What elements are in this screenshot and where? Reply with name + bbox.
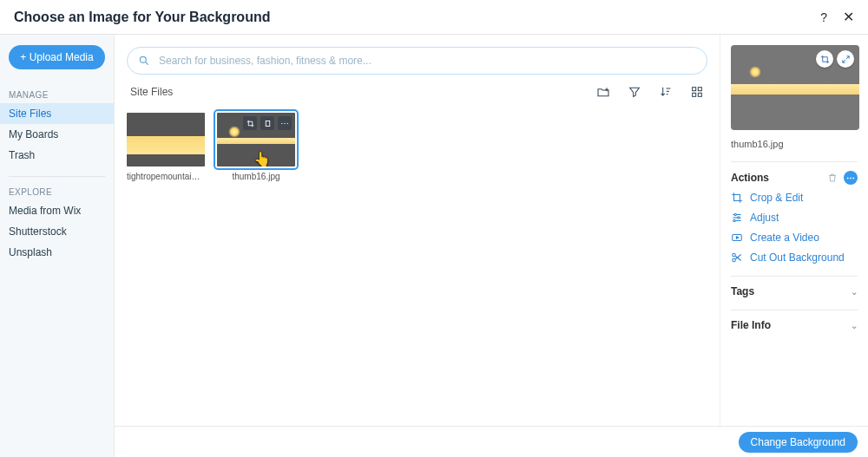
svg-point-22: [733, 253, 736, 257]
section-file-info-head[interactable]: File Info ⌄: [731, 319, 858, 331]
search-icon: [138, 55, 150, 67]
sort-icon[interactable]: [659, 85, 673, 99]
filter-icon[interactable]: [628, 85, 641, 99]
main-panel: Site Files: [115, 35, 720, 457]
thumbnail-image: [127, 113, 205, 166]
sidebar-item-trash[interactable]: Trash: [0, 145, 114, 166]
svg-rect-10: [698, 93, 701, 96]
files-toolbar: Site Files: [115, 80, 720, 104]
upload-media-button[interactable]: + Upload Media: [9, 45, 105, 69]
dialog-footer: Change Background: [115, 426, 868, 457]
svg-point-23: [733, 258, 736, 262]
action-label: Adjust: [750, 212, 779, 224]
sidebar-item-site-files[interactable]: Site Files: [0, 103, 114, 124]
action-crop-edit[interactable]: Crop & Edit: [731, 192, 858, 204]
sidebar-item-unsplash[interactable]: Unsplash: [0, 242, 114, 263]
thumbnail-image: ⋯ 👆: [217, 113, 295, 166]
crop-icon[interactable]: [243, 116, 257, 130]
svg-marker-21: [736, 237, 738, 238]
search-field[interactable]: [127, 47, 707, 75]
new-folder-icon[interactable]: [596, 85, 610, 99]
help-icon[interactable]: ?: [820, 10, 827, 24]
file-thumbnail[interactable]: ⋯ 👆 thumb16.jpg: [217, 113, 295, 181]
close-icon[interactable]: ✕: [843, 9, 854, 25]
scissors-icon: [731, 251, 743, 264]
sidebar-item-my-boards[interactable]: My Boards: [0, 124, 114, 145]
video-icon: [731, 232, 743, 244]
sidebar-section-explore: EXPLORE: [0, 180, 114, 200]
detail-filename: thumb16.jpg: [731, 139, 858, 149]
section-tags: Tags ⌄: [731, 276, 858, 297]
svg-rect-8: [698, 88, 701, 91]
delete-icon[interactable]: [826, 172, 838, 184]
preview-icon[interactable]: [260, 116, 274, 130]
action-cut-out-background[interactable]: Cut Out Background: [731, 251, 858, 264]
fileinfo-header-label: File Info: [731, 319, 771, 331]
preview-image: [731, 45, 859, 130]
section-actions-head: Actions ⋯: [731, 171, 858, 185]
more-actions-button[interactable]: ⋯: [844, 171, 858, 185]
actions-header-label: Actions: [731, 172, 769, 184]
svg-point-17: [738, 217, 740, 219]
chevron-down-icon: ⌄: [851, 287, 858, 297]
cursor-pointer-icon: 👆: [253, 151, 271, 166]
svg-line-13: [842, 59, 845, 62]
svg-line-1: [146, 62, 148, 65]
svg-point-0: [140, 56, 146, 62]
details-panel: thumb16.jpg Actions ⋯: [720, 35, 868, 457]
preview-expand-button[interactable]: [837, 50, 854, 68]
search-input[interactable]: [157, 54, 696, 68]
sidebar: + Upload Media MANAGE Site Files My Boar…: [0, 35, 115, 457]
chevron-down-icon: ⌄: [851, 321, 858, 330]
svg-line-12: [845, 55, 848, 58]
section-actions: Actions ⋯ Crop & Edit: [731, 161, 858, 264]
action-create-video[interactable]: Create a Video: [731, 232, 858, 244]
grid-view-icon[interactable]: [690, 85, 704, 99]
sidebar-item-media-from-wix[interactable]: Media from Wix: [0, 200, 114, 221]
dialog-body: + Upload Media MANAGE Site Files My Boar…: [0, 35, 868, 457]
thumbnail-mini-actions: ⋯: [243, 116, 292, 130]
thumbnail-caption: tightropemountains.jpg: [127, 172, 205, 181]
sliders-icon: [731, 212, 743, 224]
svg-rect-9: [693, 93, 696, 96]
file-thumbnail[interactable]: tightropemountains.jpg: [127, 113, 205, 181]
file-grid: tightropemountains.jpg ⋯ 👆: [115, 104, 720, 190]
action-adjust[interactable]: Adjust: [731, 212, 858, 224]
sidebar-section-manage: MANAGE: [0, 83, 114, 103]
section-tags-head[interactable]: Tags ⌄: [731, 285, 858, 297]
crop-icon: [731, 192, 743, 204]
svg-rect-11: [266, 121, 270, 126]
section-file-info: File Info ⌄: [731, 310, 858, 331]
action-label: Crop & Edit: [750, 192, 803, 204]
svg-rect-7: [693, 88, 696, 91]
title-bar: Choose an Image for Your Background ? ✕: [0, 0, 868, 35]
sidebar-separator: [9, 176, 105, 177]
svg-point-15: [734, 213, 736, 215]
change-background-button[interactable]: Change Background: [739, 432, 858, 453]
breadcrumb[interactable]: Site Files: [130, 86, 173, 98]
search-wrap: [115, 35, 720, 80]
sidebar-item-shutterstock[interactable]: Shutterstock: [0, 221, 114, 242]
action-label: Create a Video: [750, 232, 819, 244]
tags-header-label: Tags: [731, 285, 754, 297]
more-icon[interactable]: ⋯: [278, 116, 292, 130]
preview-crop-button[interactable]: [816, 50, 833, 68]
dialog-title: Choose an Image for Your Background: [14, 10, 270, 25]
action-label: Cut Out Background: [750, 251, 845, 264]
title-actions: ? ✕: [820, 9, 854, 25]
action-list: Crop & Edit Adjust Create a Video: [731, 192, 858, 264]
thumbnail-caption: thumb16.jpg: [217, 172, 295, 181]
svg-point-19: [733, 219, 735, 221]
